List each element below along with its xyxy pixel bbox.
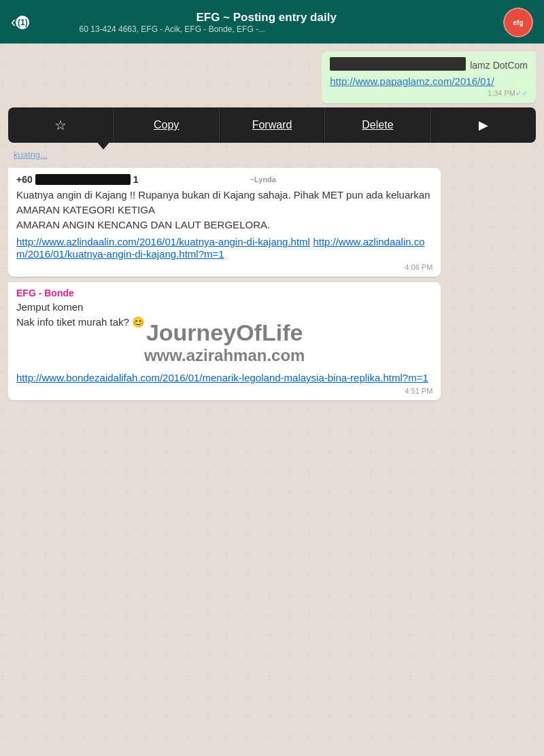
incoming-bubble[interactable]: +60 1 ~Lynda Kuatnya angin di Kajang !! … — [8, 168, 441, 277]
group-avatar[interactable]: efg — [503, 7, 533, 37]
sender-name-bonde: EFG - Bonde — [16, 288, 432, 298]
message-link[interactable]: http://www.papaglamz.com/2016/01/ — [330, 75, 528, 88]
message-time-bonde: 4:51 PM — [16, 387, 432, 395]
chat-subtitle: 60 13-424 4663, EFG - Acik, EFG - Bonde,… — [29, 24, 315, 34]
unread-badge: (1) — [16, 16, 29, 29]
chat-title: EFG ~ Posting entry daily — [29, 11, 503, 24]
link-below-menu: kuatng... — [8, 147, 536, 162]
chat-area: lamz DotCom http://www.papaglamz.com/201… — [0, 44, 544, 411]
lynda-label: ~Lynda — [250, 175, 276, 184]
header-left: ‹ (1) — [11, 14, 29, 31]
incoming-bubble-bonde[interactable]: EFG - Bonde Jemput komen Nak info tiket … — [8, 282, 441, 400]
forward-button[interactable]: Forward — [220, 107, 325, 143]
check-marks-icon: ✓✓ — [515, 89, 528, 98]
back-button[interactable]: ‹ (1) — [11, 14, 29, 31]
context-menu: ☆ Copy Forward Delete ▶ — [8, 107, 536, 143]
header-info: EFG ~ Posting entry daily 60 13-424 4663… — [29, 11, 503, 34]
star-button[interactable]: ☆ — [8, 107, 114, 143]
incoming-message-bonde: EFG - Bonde Jemput komen Nak info tiket … — [8, 282, 441, 400]
delete-button[interactable]: Delete — [325, 107, 430, 143]
message-text-before: Jemput komen — [16, 300, 432, 315]
message-watermark-area: Nak info tiket murah tak? 😊 JourneyOfLif… — [16, 315, 432, 369]
azlindaalin-link1[interactable]: http://www.azlindaalin.com/2016/01/kuatn… — [16, 236, 310, 247]
sender-suffix-text: lamz DotCom — [470, 60, 528, 71]
more-button[interactable]: ▶ — [431, 107, 536, 143]
message-row: EFG - Bonde Jemput komen Nak info tiket … — [8, 282, 536, 400]
papaglamz-link[interactable]: http://www.papaglamz.com/2016/01/ — [330, 75, 494, 87]
outgoing-bubble[interactable]: lamz DotCom http://www.papaglamz.com/201… — [322, 52, 536, 103]
message-row: lamz DotCom http://www.papaglamz.com/201… — [8, 52, 536, 162]
watermark-line2: www.azirahman.com — [144, 346, 305, 365]
redacted-phone-bar — [35, 174, 131, 185]
message-text: Kuatnya angin di Kajang !! Rupanya bukan… — [16, 188, 432, 232]
sender-phone: +60 1 ~Lynda — [16, 174, 276, 185]
redacted-sender-bar — [330, 57, 466, 71]
copy-button[interactable]: Copy — [114, 107, 219, 143]
efg-logo-icon: efg — [503, 7, 533, 37]
message-time: 1:34 PM ✓✓ — [330, 89, 528, 98]
message-time: 4:06 PM — [16, 263, 432, 271]
chat-header: ‹ (1) EFG ~ Posting entry daily 60 13-42… — [0, 0, 544, 44]
message-links: http://www.azlindaalin.com/2016/01/kuatn… — [16, 236, 432, 260]
incoming-message-lynda: +60 1 ~Lynda Kuatnya angin di Kajang !! … — [8, 168, 441, 277]
message-row: +60 1 ~Lynda Kuatnya angin di Kajang !! … — [8, 168, 536, 277]
bonde-link-area: http://www.bondezaidalifah.com/2016/01/m… — [16, 372, 432, 384]
message-text-after: Nak info tiket murah tak? 😊 — [16, 315, 432, 330]
bondezaidalifah-link[interactable]: http://www.bondezaidalifah.com/2016/01/m… — [16, 372, 428, 383]
